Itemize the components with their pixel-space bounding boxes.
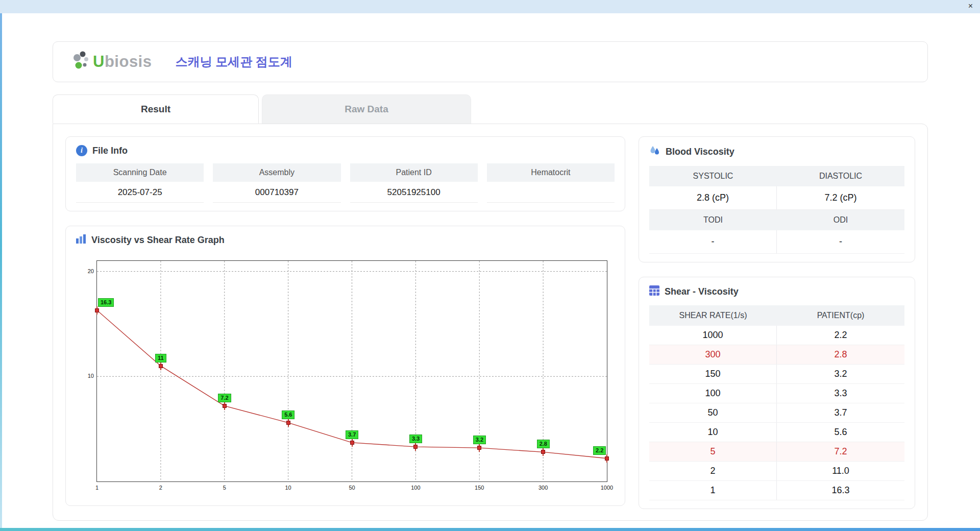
logo-text: Ubiosis [93,53,152,71]
point-marker [413,445,418,449]
x-axis-tick: 2 [152,485,170,491]
main-content: Ubiosis 스캐닝 모세관 점도계 Result Raw Data i Fi… [53,41,928,521]
table-row: 503.7 [649,403,904,423]
odi-value: - [777,230,904,254]
bar-chart-icon [76,234,86,246]
bv-value-row-1: 2.8 (cP) 7.2 (cP) [649,186,904,210]
ubiosis-logo: Ubiosis [72,50,152,74]
table-row: 1003.3 [649,384,904,403]
shear-rate-cell: 50 [649,403,777,422]
systolic-value: 2.8 (cP) [649,186,777,210]
window-bottom-border [0,528,980,531]
shear-rate-cell: 10 [649,423,777,442]
patient-value-cell: 16.3 [777,481,904,500]
chart-svg [97,261,607,481]
plot-area: 16.3117.25.63.73.33.22.82.21251050100150… [96,260,607,482]
table-row: 1503.2 [649,365,904,384]
field-patient-id: Patient ID 52051925100 [350,163,478,203]
x-axis-tick: 300 [534,485,552,491]
bv-value-row-2: - - [649,230,904,254]
tab-result[interactable]: Result [53,94,259,124]
shear-rate-cell: 300 [649,345,777,364]
info-icon: i [76,145,87,156]
patient-value-cell: 5.6 [777,423,904,442]
patient-value-cell: 2.2 [777,326,904,345]
point-marker [605,456,609,461]
field-assembly: Assembly 000710397 [213,163,340,203]
close-icon[interactable]: × [968,1,973,11]
todi-value: - [649,230,777,254]
table-row: 211.0 [649,462,904,481]
x-axis-tick: 50 [343,485,361,491]
blood-viscosity-title: Blood Viscosity [666,147,734,157]
point-value-label: 3.7 [346,430,358,439]
left-column: i File Info Scanning Date 2025-07-25 Ass… [65,136,625,508]
point-marker [350,441,354,445]
logo-dots-icon [72,50,91,74]
page-title: 스캐닝 모세관 점도계 [175,54,292,70]
bv-header-row-1: SYSTOLIC DIASTOLIC [649,166,904,186]
tab-bar: Result Raw Data [53,94,928,124]
file-info-card: i File Info Scanning Date 2025-07-25 Ass… [65,136,625,211]
table-row: 116.3 [649,481,904,500]
shear-viscosity-card: Shear - Viscosity SHEAR RATE(1/s) PATIEN… [639,277,915,509]
table-row: 105.6 [649,423,904,442]
graph-card: Viscosity vs Shear Rate Graph 16.3117.25… [65,226,625,506]
point-marker [159,364,163,368]
graph-title: Viscosity vs Shear Rate Graph [91,235,225,246]
shear-table-header: SHEAR RATE(1/s) PATIENT(cp) [649,305,904,326]
field-scanning-date: Scanning Date 2025-07-25 [76,163,204,203]
result-panel: i File Info Scanning Date 2025-07-25 Ass… [53,124,928,521]
shear-table-body: 10002.23002.81503.21003.3503.7105.657.22… [649,326,904,500]
patient-value-cell: 3.2 [777,365,904,383]
tab-raw-data[interactable]: Raw Data [262,94,471,124]
point-value-label: 16.3 [98,298,114,307]
shear-rate-cell: 1000 [649,326,777,345]
point-marker [223,404,227,408]
right-column: Blood Viscosity SYSTOLIC DIASTOLIC 2.8 (… [639,136,915,508]
window-left-border [0,13,2,531]
blood-viscosity-card: Blood Viscosity SYSTOLIC DIASTOLIC 2.8 (… [639,136,915,262]
file-info-fields: Scanning Date 2025-07-25 Assembly 000710… [76,163,615,203]
shear-viscosity-title-row: Shear - Viscosity [649,285,904,298]
col-shear-rate: SHEAR RATE(1/s) [649,305,777,326]
col-patient: PATIENT(cp) [777,305,904,326]
patient-value-cell: 3.3 [777,384,904,403]
x-axis-tick: 5 [215,485,234,491]
shear-rate-cell: 5 [649,442,777,461]
viscosity-chart: 16.3117.25.63.73.33.22.82.21251050100150… [76,253,615,497]
point-value-label: 2.2 [593,446,606,455]
bv-header-row-2: TODI ODI [649,210,904,230]
x-axis-tick: 150 [470,485,488,491]
shear-rate-cell: 2 [649,462,777,480]
table-row: 10002.2 [649,326,904,345]
shear-rate-cell: 100 [649,384,777,403]
point-value-label: 11 [155,354,166,363]
patient-value-cell: 2.8 [777,345,904,364]
file-info-title: File Info [92,146,128,156]
x-axis-tick: 10 [279,485,298,491]
blood-viscosity-title-row: Blood Viscosity [649,145,904,159]
shear-viscosity-title: Shear - Viscosity [665,286,739,297]
table-grid-icon [649,285,659,298]
y-axis-tick: 20 [80,268,94,274]
field-hematocrit: Hematocrit [487,163,615,203]
point-value-label: 7.2 [218,394,231,402]
x-axis-tick: 1000 [598,485,616,491]
table-row: 3002.8 [649,345,904,365]
window-titlebar: × [0,0,980,13]
point-marker [286,421,290,425]
patient-value-cell: 3.7 [777,403,904,422]
point-value-label: 3.2 [473,436,486,444]
shear-rate-cell: 150 [649,365,777,383]
point-marker [541,450,545,454]
x-axis-tick: 1 [88,485,106,491]
droplets-icon [649,145,660,159]
diastolic-value: 7.2 (cP) [777,186,904,210]
patient-value-cell: 11.0 [777,462,904,480]
y-axis-tick: 10 [80,373,94,379]
app-header: Ubiosis 스캐닝 모세관 점도계 [53,41,928,82]
file-info-title-row: i File Info [76,145,615,156]
point-value-label: 2.8 [537,440,550,448]
point-marker [95,308,99,312]
